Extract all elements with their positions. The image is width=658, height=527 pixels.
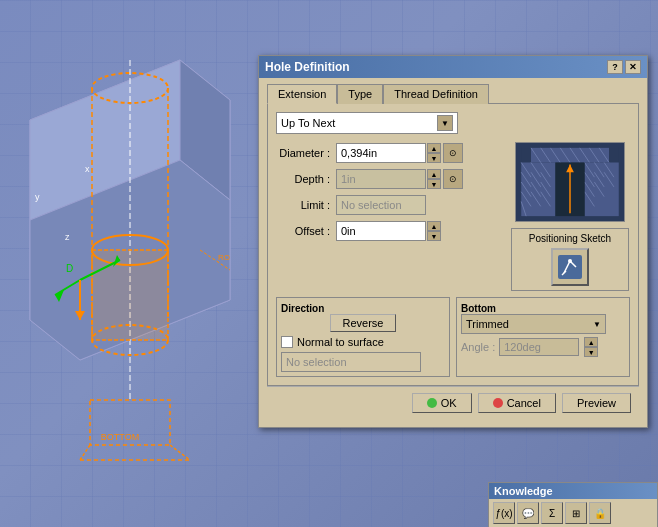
knowledge-formula-icon[interactable]: ƒ(x)	[493, 502, 515, 524]
depth-label: Depth :	[276, 173, 336, 185]
angle-row: Angle : ▲ ▼	[461, 337, 625, 357]
knowledge-grid-icon[interactable]: ⊞	[565, 502, 587, 524]
diameter-row: Diameter : ▲ ▼ ⊙	[276, 142, 504, 164]
extension-row: Up To Next ▼	[276, 112, 630, 134]
offset-label: Offset :	[276, 225, 336, 237]
depth-up: ▲	[427, 169, 441, 179]
knowledge-lock-icon[interactable]: 🔒	[589, 502, 611, 524]
trimmed-value: Trimmed	[466, 318, 509, 330]
title-buttons: ? ✕	[607, 60, 641, 74]
diameter-icon-btn[interactable]: ⊙	[443, 143, 463, 163]
extension-dropdown[interactable]: Up To Next ▼	[276, 112, 458, 134]
ok-button[interactable]: OK	[412, 393, 472, 413]
diameter-down[interactable]: ▼	[427, 153, 441, 163]
dialog-titlebar: Hole Definition ? ✕	[259, 56, 647, 78]
sketch-icon	[556, 253, 584, 281]
bottom-section: Bottom Trimmed ▼ Angle : ▲ ▼	[456, 297, 630, 377]
trimmed-dropdown-arrow: ▼	[593, 320, 601, 329]
angle-spinners: ▲ ▼	[584, 337, 598, 357]
tab-thread-definition[interactable]: Thread Definition	[383, 84, 489, 104]
dialog-buttons: OK Cancel Preview	[267, 386, 639, 419]
svg-rect-66	[558, 255, 582, 279]
knowledge-icons-row: ƒ(x) 💬 Σ ⊞ 🔒	[489, 499, 657, 527]
main-section: Diameter : ▲ ▼ ⊙ Depth : ▲	[276, 142, 630, 291]
svg-point-70	[568, 259, 572, 263]
limit-input	[336, 195, 426, 215]
limit-label: Limit :	[276, 199, 336, 211]
hole-definition-dialog: Hole Definition ? ✕ Extension Type Threa…	[258, 55, 648, 428]
offset-input[interactable]	[336, 221, 426, 241]
angle-label: Angle :	[461, 341, 495, 353]
limit-row: Limit :	[276, 194, 504, 216]
ok-dot	[427, 398, 437, 408]
knowledge-title: Knowledge	[489, 483, 657, 499]
close-button[interactable]: ✕	[625, 60, 641, 74]
cancel-button[interactable]: Cancel	[478, 393, 556, 413]
dialog-content: Extension Type Thread Definition Up To N…	[259, 78, 647, 427]
angle-down: ▼	[584, 347, 598, 357]
tab-extension[interactable]: Extension	[267, 84, 337, 104]
positioning-sketch-label: Positioning Sketch	[529, 233, 611, 244]
dropdown-arrow-icon[interactable]: ▼	[437, 115, 453, 131]
knowledge-toolbar: Knowledge ƒ(x) 💬 Σ ⊞ 🔒	[488, 482, 658, 527]
tab-content-area: Up To Next ▼ Diameter : ▲ ▼	[267, 103, 639, 386]
offset-down[interactable]: ▼	[427, 231, 441, 241]
extension-dropdown-value: Up To Next	[281, 117, 335, 129]
normal-to-surface-checkbox[interactable]	[281, 336, 293, 348]
depth-input	[336, 169, 426, 189]
tabs-container: Extension Type Thread Definition	[267, 84, 639, 104]
angle-input	[499, 338, 579, 356]
diameter-input[interactable]	[336, 143, 426, 163]
direction-title: Direction	[281, 303, 324, 314]
depth-row: Depth : ▲ ▼ ⊙	[276, 168, 504, 190]
offset-spinners: ▲ ▼	[427, 221, 441, 241]
knowledge-sigma-icon[interactable]: Σ	[541, 502, 563, 524]
depth-down: ▼	[427, 179, 441, 189]
depth-spinners: ▲ ▼	[427, 169, 441, 189]
hole-preview-image	[515, 142, 625, 222]
bottom-sections: Direction Reverse Normal to surface Bott…	[276, 297, 630, 377]
bottom-title: Bottom	[461, 303, 496, 314]
diameter-spinners: ▲ ▼	[427, 143, 441, 163]
depth-icon-btn: ⊙	[443, 169, 463, 189]
normal-to-surface-label: Normal to surface	[297, 336, 384, 348]
normal-to-surface-row: Normal to surface	[281, 336, 445, 348]
positioning-sketch-button[interactable]	[551, 248, 589, 286]
left-fields: Diameter : ▲ ▼ ⊙ Depth : ▲	[276, 142, 504, 291]
tab-type[interactable]: Type	[337, 84, 383, 104]
preview-button[interactable]: Preview	[562, 393, 631, 413]
diameter-label: Diameter :	[276, 147, 336, 159]
reverse-button[interactable]: Reverse	[330, 314, 397, 332]
cancel-dot	[493, 398, 503, 408]
positioning-sketch-section: Positioning Sketch	[511, 228, 629, 291]
right-section: Positioning Sketch	[510, 142, 630, 291]
direction-no-selection-input[interactable]	[281, 352, 421, 372]
direction-section: Direction Reverse Normal to surface	[276, 297, 450, 377]
knowledge-comment-icon[interactable]: 💬	[517, 502, 539, 524]
angle-up: ▲	[584, 337, 598, 347]
offset-up[interactable]: ▲	[427, 221, 441, 231]
offset-row: Offset : ▲ ▼	[276, 220, 504, 242]
trimmed-dropdown[interactable]: Trimmed ▼	[461, 314, 606, 334]
dialog-title: Hole Definition	[265, 60, 350, 74]
help-button[interactable]: ?	[607, 60, 623, 74]
diameter-up[interactable]: ▲	[427, 143, 441, 153]
